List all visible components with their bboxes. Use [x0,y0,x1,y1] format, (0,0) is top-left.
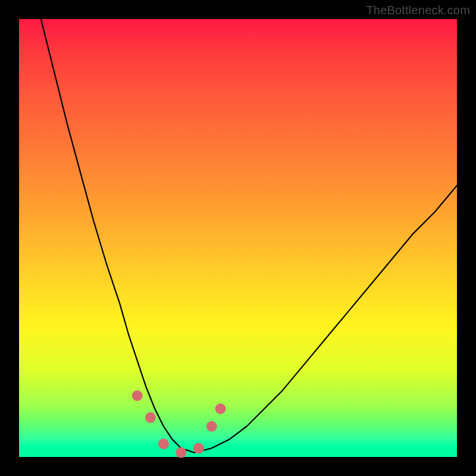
marker-dot [176,447,186,458]
marker-dot [132,390,143,401]
frame: TheBottleneck.com [0,0,476,476]
chart-svg [19,19,457,457]
marker-dot [206,421,217,432]
marker-dot [158,439,169,449]
watermark: TheBottleneck.com [366,4,470,17]
marker-dot [145,412,156,423]
marker-dot [193,443,204,453]
bottleneck-curve [41,19,457,453]
plot-area [19,19,457,457]
marker-dot [215,403,226,414]
